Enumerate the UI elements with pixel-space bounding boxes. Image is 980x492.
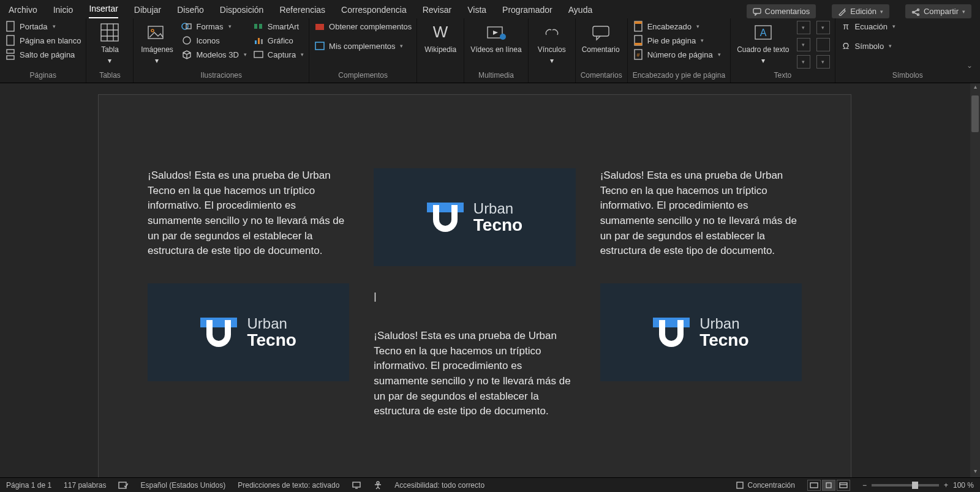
- comment-balloon-icon: [590, 22, 611, 43]
- vinculos-button[interactable]: Vínculos ▾: [533, 21, 570, 66]
- menu-tab-revisar[interactable]: Revisar: [423, 2, 451, 18]
- menu-tab-archivo[interactable]: Archivo: [9, 2, 37, 18]
- menu-tab-vista[interactable]: Vista: [467, 2, 486, 18]
- collapse-ribbon-button[interactable]: ⌄: [967, 61, 975, 70]
- share-button[interactable]: Compartir ▾: [905, 4, 971, 18]
- scroll-thumb[interactable]: [971, 95, 979, 132]
- logo-mark-icon: [200, 314, 237, 351]
- zoom-percent[interactable]: 100 %: [953, 481, 974, 490]
- captura-button[interactable]: Captura▾: [253, 49, 304, 60]
- object-button[interactable]: ▾: [816, 55, 830, 69]
- document-canvas[interactable]: ¡Saludos! Esta es una prueba de Urban Te…: [0, 83, 980, 477]
- modelos-3d-button[interactable]: Modelos 3D▾: [181, 49, 246, 60]
- logo-image[interactable]: Urban Tecno: [148, 283, 349, 381]
- imagenes-button[interactable]: Imágenes ▾: [138, 21, 175, 66]
- chevron-down-icon: ▾: [962, 9, 965, 15]
- group-vinculos: Vínculos ▾: [529, 18, 576, 83]
- drop-cap-button[interactable]: ▾: [797, 55, 810, 69]
- pie-de-pagina-button[interactable]: Pie de página▾: [633, 35, 721, 46]
- share-icon: [911, 7, 920, 16]
- zoom-slider-knob[interactable]: [912, 482, 918, 489]
- comentario-button[interactable]: Comentario: [581, 21, 621, 55]
- zoom-out-button[interactable]: −: [862, 481, 867, 490]
- header-icon: [633, 21, 644, 32]
- view-web-button[interactable]: [837, 480, 850, 491]
- iconos-button[interactable]: Iconos: [181, 35, 246, 46]
- paragraph-text[interactable]: ¡Saludos! Esta es una prueba de Urban Te…: [600, 168, 802, 259]
- group-label-comentarios: Comentarios: [581, 70, 622, 81]
- view-read-button[interactable]: [807, 480, 821, 491]
- editing-button[interactable]: Edición ▾: [832, 4, 889, 18]
- group-simbolos: π Ecuación▾ Ω Símbolo▾ ⌄ Símbolos: [835, 18, 980, 83]
- texto-extra-col-2: ▾ ▾: [816, 21, 830, 69]
- signature-line-button[interactable]: ▾: [816, 21, 830, 34]
- mis-complementos-button[interactable]: Mis complementos▾: [314, 40, 412, 51]
- date-time-button[interactable]: [816, 38, 830, 51]
- obtener-complementos-button[interactable]: Obtener complementos: [314, 21, 412, 32]
- status-words[interactable]: 117 palabras: [64, 481, 106, 490]
- svg-rect-42: [826, 483, 831, 488]
- grafico-button[interactable]: Gráfico: [253, 35, 304, 46]
- accessibility-icon[interactable]: [374, 481, 382, 490]
- menu-tab-diseno[interactable]: Diseño: [177, 2, 204, 18]
- logo-line-1: Urban: [473, 201, 522, 216]
- formas-button[interactable]: Formas▾: [181, 21, 246, 32]
- menu-tab-correspondencia[interactable]: Correspondencia: [341, 2, 407, 18]
- menu-tab-inicio[interactable]: Inicio: [53, 2, 74, 18]
- cuadro-texto-button[interactable]: A Cuadro de texto ▾: [736, 21, 790, 66]
- status-language[interactable]: Español (Estados Unidos): [140, 481, 225, 490]
- vertical-scrollbar[interactable]: ▴ ▾: [970, 83, 980, 477]
- blank-page-icon: [5, 35, 16, 46]
- group-ilustraciones: Imágenes ▾ Formas▾ Iconos Modelos 3D▾: [134, 18, 309, 83]
- document-page[interactable]: ¡Saludos! Esta es una prueba de Urban Te…: [98, 94, 851, 477]
- menu-tab-disposicion[interactable]: Disposición: [220, 2, 264, 18]
- symbol-icon: Ω: [840, 40, 851, 51]
- text-cursor[interactable]: |: [374, 291, 575, 304]
- wordart-button[interactable]: ▾: [797, 38, 810, 51]
- svg-rect-40: [737, 482, 743, 488]
- smartart-button[interactable]: SmartArt: [253, 21, 304, 32]
- wikipedia-button[interactable]: W Wikipedia: [422, 21, 459, 55]
- status-predictions[interactable]: Predicciones de texto: activado: [238, 481, 339, 490]
- svg-text:Ω: Ω: [842, 41, 848, 51]
- spellcheck-icon[interactable]: [118, 481, 128, 490]
- group-label-paginas: Páginas: [5, 70, 81, 81]
- footer-icon: [633, 35, 644, 46]
- simbolo-button[interactable]: Ω Símbolo▾: [840, 40, 895, 51]
- svg-rect-7: [7, 56, 14, 59]
- salto-pagina-button[interactable]: Salto de página: [5, 49, 81, 60]
- status-page[interactable]: Página 1 de 1: [6, 481, 51, 490]
- status-accessibility[interactable]: Accesibilidad: todo correcto: [394, 481, 484, 490]
- cube-icon: [181, 49, 192, 60]
- triptych-col-2: Urban Tecno | ¡Saludos! Esta es una prue…: [374, 168, 575, 477]
- numero-pagina-button[interactable]: # Número de página▾: [633, 49, 721, 60]
- paragraph-text[interactable]: ¡Saludos! Esta es una prueba de Urban Te…: [148, 168, 349, 259]
- ecuacion-button[interactable]: π Ecuación▾: [840, 21, 895, 32]
- focus-mode-button[interactable]: Concentración: [736, 481, 795, 490]
- zoom-in-button[interactable]: +: [944, 481, 948, 490]
- quick-parts-button[interactable]: ▾: [797, 21, 810, 34]
- comments-button[interactable]: Comentarios: [747, 4, 816, 18]
- view-print-button[interactable]: [822, 480, 835, 491]
- zoom-slider[interactable]: [872, 484, 939, 486]
- menu-tab-ayuda[interactable]: Ayuda: [568, 2, 592, 18]
- encabezado-button[interactable]: Encabezado▾: [633, 21, 721, 32]
- paragraph-text[interactable]: ¡Saludos! Esta es una prueba de Urban Te…: [374, 329, 575, 419]
- menu-tab-insertar[interactable]: Insertar: [89, 1, 118, 18]
- pagina-blanco-button[interactable]: Página en blanco: [5, 35, 81, 46]
- portada-button[interactable]: Portada▾: [5, 21, 81, 32]
- zoom-control: − + 100 %: [862, 481, 974, 490]
- tabla-button[interactable]: Tabla ▾: [91, 21, 128, 66]
- svg-text:A: A: [760, 28, 766, 38]
- textbox-icon: A: [753, 22, 774, 43]
- videos-en-linea-button[interactable]: Vídeos en línea: [469, 21, 522, 55]
- menu-tab-referencias[interactable]: Referencias: [279, 2, 325, 18]
- logo-image[interactable]: Urban Tecno: [374, 168, 575, 266]
- menu-tab-programador[interactable]: Programador: [502, 2, 552, 18]
- display-settings-icon[interactable]: [352, 481, 361, 490]
- scroll-down-button[interactable]: ▾: [970, 468, 980, 477]
- logo-image[interactable]: Urban Tecno: [600, 283, 802, 381]
- texto-extra-col-1: ▾ ▾ ▾: [797, 21, 810, 69]
- menu-tab-dibujar[interactable]: Dibujar: [134, 2, 161, 18]
- scroll-up-button[interactable]: ▴: [970, 83, 980, 93]
